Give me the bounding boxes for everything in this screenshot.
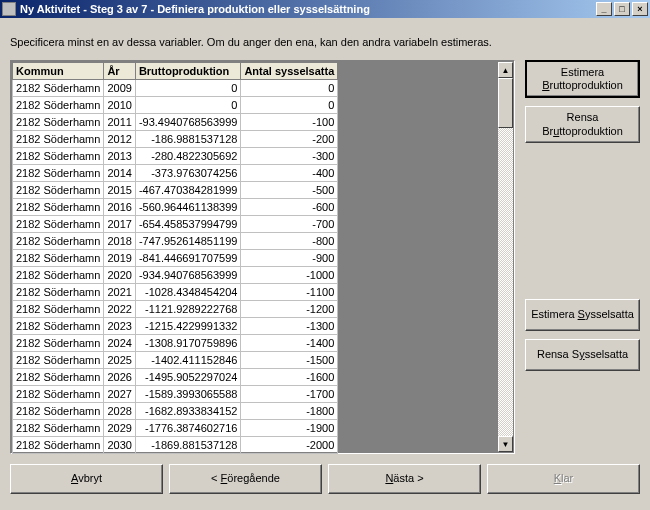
cell-antal[interactable]: -1500 [241,352,338,369]
cell-kommun[interactable]: 2182 Söderhamn [13,233,104,250]
cell-kommun[interactable]: 2182 Söderhamn [13,318,104,335]
cell-brutto[interactable]: -93.4940768563999 [135,114,240,131]
estimate-brutto-button[interactable]: Estimera Bruttoproduktion [525,60,640,98]
cell-kommun[interactable]: 2182 Söderhamn [13,148,104,165]
cell-brutto[interactable]: -747.952614851199 [135,233,240,250]
cell-kommun[interactable]: 2182 Söderhamn [13,80,104,97]
col-brutto[interactable]: Bruttoproduktion [135,63,240,80]
cell-brutto[interactable]: -467.470384281999 [135,182,240,199]
cell-kommun[interactable]: 2182 Söderhamn [13,437,104,454]
close-button[interactable]: × [632,2,648,16]
cell-antal[interactable]: -400 [241,165,338,182]
cell-ar[interactable]: 2021 [104,284,135,301]
table-row[interactable]: 2182 Söderhamn2018-747.952614851199-800 [13,233,338,250]
scroll-thumb[interactable] [498,78,513,128]
table-row[interactable]: 2182 Söderhamn2022-1121.9289222768-1200 [13,301,338,318]
cell-brutto[interactable]: -186.9881537128 [135,131,240,148]
cell-ar[interactable]: 2011 [104,114,135,131]
table-row[interactable]: 2182 Söderhamn2019-841.446691707599-900 [13,250,338,267]
table-row[interactable]: 2182 Söderhamn2028-1682.8933834152-1800 [13,403,338,420]
cell-brutto[interactable]: -373.9763074256 [135,165,240,182]
avbryt-button[interactable]: Avbryt [10,464,163,494]
table-row[interactable]: 2182 Söderhamn200900 [13,80,338,97]
cell-antal[interactable]: -800 [241,233,338,250]
nasta-button[interactable]: Nästa > [328,464,481,494]
cell-brutto[interactable]: -280.4822305692 [135,148,240,165]
table-row[interactable]: 2182 Söderhamn2011-93.4940768563999-100 [13,114,338,131]
cell-kommun[interactable]: 2182 Söderhamn [13,335,104,352]
table-row[interactable]: 2182 Söderhamn2025-1402.411152846-1500 [13,352,338,369]
cell-antal[interactable]: -1400 [241,335,338,352]
cell-brutto[interactable]: -1308.9170759896 [135,335,240,352]
data-grid[interactable]: Kommun År Bruttoproduktion Antal syssels… [12,62,338,454]
scroll-down-icon[interactable]: ▼ [498,436,513,452]
cell-ar[interactable]: 2025 [104,352,135,369]
table-row[interactable]: 2182 Söderhamn2014-373.9763074256-400 [13,165,338,182]
cell-ar[interactable]: 2010 [104,97,135,114]
table-row[interactable]: 2182 Söderhamn2023-1215.4229991332-1300 [13,318,338,335]
cell-ar[interactable]: 2024 [104,335,135,352]
cell-brutto[interactable]: -1776.3874602716 [135,420,240,437]
cell-kommun[interactable]: 2182 Söderhamn [13,284,104,301]
cell-brutto[interactable]: -1215.4229991332 [135,318,240,335]
cell-antal[interactable]: 0 [241,80,338,97]
cell-ar[interactable]: 2028 [104,403,135,420]
table-row[interactable]: 2182 Söderhamn2015-467.470384281999-500 [13,182,338,199]
cell-ar[interactable]: 2027 [104,386,135,403]
cell-kommun[interactable]: 2182 Söderhamn [13,216,104,233]
cell-kommun[interactable]: 2182 Söderhamn [13,267,104,284]
cell-kommun[interactable]: 2182 Söderhamn [13,403,104,420]
cell-kommun[interactable]: 2182 Söderhamn [13,386,104,403]
cell-ar[interactable]: 2020 [104,267,135,284]
cell-kommun[interactable]: 2182 Söderhamn [13,165,104,182]
cell-ar[interactable]: 2022 [104,301,135,318]
minimize-button[interactable]: _ [596,2,612,16]
cell-antal[interactable]: -1700 [241,386,338,403]
cell-kommun[interactable]: 2182 Söderhamn [13,250,104,267]
cell-kommun[interactable]: 2182 Söderhamn [13,352,104,369]
table-row[interactable]: 2182 Söderhamn2030-1869.881537128-2000 [13,437,338,454]
cell-kommun[interactable]: 2182 Söderhamn [13,114,104,131]
cell-brutto[interactable]: -1589.3993065588 [135,386,240,403]
col-kommun[interactable]: Kommun [13,63,104,80]
table-row[interactable]: 2182 Söderhamn2012-186.9881537128-200 [13,131,338,148]
col-ar[interactable]: År [104,63,135,80]
cell-antal[interactable]: -200 [241,131,338,148]
cell-brutto[interactable]: -1495.9052297024 [135,369,240,386]
cell-ar[interactable]: 2012 [104,131,135,148]
cell-antal[interactable]: -1300 [241,318,338,335]
table-row[interactable]: 2182 Söderhamn2026-1495.9052297024-1600 [13,369,338,386]
cell-kommun[interactable]: 2182 Söderhamn [13,182,104,199]
cell-antal[interactable]: -1000 [241,267,338,284]
maximize-button[interactable]: □ [614,2,630,16]
cell-brutto[interactable]: -841.446691707599 [135,250,240,267]
cell-ar[interactable]: 2013 [104,148,135,165]
cell-kommun[interactable]: 2182 Söderhamn [13,97,104,114]
cell-antal[interactable]: -1900 [241,420,338,437]
table-row[interactable]: 2182 Söderhamn2027-1589.3993065588-1700 [13,386,338,403]
cell-antal[interactable]: -100 [241,114,338,131]
table-row[interactable]: 2182 Söderhamn2016-560.964461138399-600 [13,199,338,216]
cell-brutto[interactable]: -654.458537994799 [135,216,240,233]
cell-ar[interactable]: 2019 [104,250,135,267]
cell-antal[interactable]: -1800 [241,403,338,420]
cell-ar[interactable]: 2029 [104,420,135,437]
cell-kommun[interactable]: 2182 Söderhamn [13,420,104,437]
table-row[interactable]: 2182 Söderhamn2020-934.940768563999-1000 [13,267,338,284]
cell-ar[interactable]: 2014 [104,165,135,182]
cell-antal[interactable]: -900 [241,250,338,267]
table-row[interactable]: 2182 Söderhamn2021-1028.4348454204-1100 [13,284,338,301]
cell-ar[interactable]: 2030 [104,437,135,454]
table-row[interactable]: 2182 Söderhamn2013-280.4822305692-300 [13,148,338,165]
cell-kommun[interactable]: 2182 Söderhamn [13,369,104,386]
cell-brutto[interactable]: -560.964461138399 [135,199,240,216]
cell-antal[interactable]: -300 [241,148,338,165]
table-row[interactable]: 2182 Söderhamn2017-654.458537994799-700 [13,216,338,233]
cell-ar[interactable]: 2018 [104,233,135,250]
cell-brutto[interactable]: -1402.411152846 [135,352,240,369]
table-row[interactable]: 2182 Söderhamn201000 [13,97,338,114]
cell-ar[interactable]: 2015 [104,182,135,199]
cell-brutto[interactable]: -934.940768563999 [135,267,240,284]
cell-antal[interactable]: -1200 [241,301,338,318]
rensa-syss-button[interactable]: Rensa Sysselsatta [525,339,640,371]
